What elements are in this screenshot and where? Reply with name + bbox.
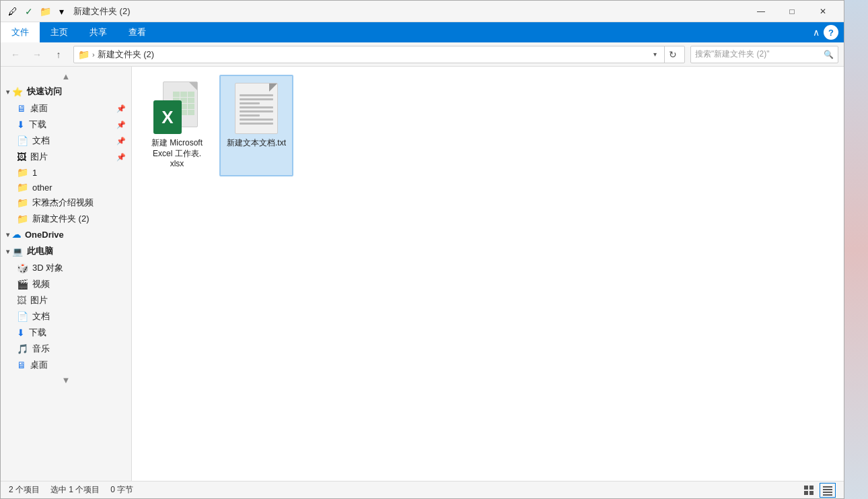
pin-icon-3: 📌: [116, 137, 126, 145]
dropdown-icon[interactable]: ▾: [55, 5, 68, 18]
sidebar-item-video-label: 视频: [32, 278, 50, 290]
sidebar-item-downloads-label: 下载: [29, 327, 46, 339]
address-separator: ›: [92, 51, 95, 59]
menu-share[interactable]: 共享: [79, 22, 118, 42]
ribbon-collapse-icon[interactable]: ∧: [813, 27, 820, 38]
search-bar[interactable]: 搜索"新建文件夹 (2)" 🔍: [690, 46, 838, 63]
desktop-icon: 🖥: [17, 103, 26, 114]
sidebar-item-3d[interactable]: 🎲 3D 对象: [1, 260, 131, 276]
this-pc-label: 此电脑: [27, 245, 53, 257]
close-button[interactable]: ✕: [807, 1, 838, 22]
folder-icon: 📁: [38, 5, 52, 18]
sidebar-item-music[interactable]: 🎵 音乐: [1, 341, 131, 357]
sidebar-section-onedrive[interactable]: ▾ ☁ OneDrive: [1, 227, 131, 242]
file-item-excel[interactable]: X 新建 MicrosoftExcel 工作表.xlsx: [140, 75, 214, 176]
sidebar-item-desktop-pc-label: 桌面: [30, 359, 48, 371]
excel-file-icon-area: X: [150, 81, 204, 135]
menu-home[interactable]: 主页: [40, 22, 79, 42]
sidebar-item-docs-qa[interactable]: 📄 文档 📌: [1, 133, 131, 149]
folder-new-icon: 📁: [17, 213, 28, 224]
folder-1-icon: 📁: [17, 167, 28, 178]
sidebar-item-pictures-pc-label: 图片: [30, 294, 48, 306]
menu-file[interactable]: 文件: [1, 22, 40, 42]
sidebar-section-this-pc[interactable]: ▾ 💻 此电脑: [1, 242, 131, 260]
selected-count: 选中 1 个项目: [50, 484, 100, 496]
navigation-bar: ← → ↑ 📁 › 新建文件夹 (2) ▾ ↻ 搜索"新建文件夹 (2)" 🔍: [1, 42, 844, 67]
up-button[interactable]: ↑: [49, 45, 68, 64]
address-path: 新建文件夹 (2): [98, 48, 645, 61]
background-decoration: [844, 0, 868, 499]
sidebar-item-pictures-qa[interactable]: 🖼 图片 📌: [1, 149, 131, 165]
menu-bar: 文件 主页 共享 查看 ∧ ?: [1, 22, 844, 42]
address-refresh-button[interactable]: ↻: [664, 46, 680, 63]
status-bar: 2 个项目 选中 1 个项目 0 字节: [1, 481, 844, 498]
txt-line-4: [240, 106, 273, 108]
maximize-button[interactable]: □: [776, 1, 807, 22]
sidebar-item-docs[interactable]: 📄 文档: [1, 308, 131, 325]
3d-icon: 🎲: [17, 263, 28, 273]
txt-line-5: [240, 110, 273, 112]
sidebar-scroll-down[interactable]: ▼: [1, 373, 131, 387]
svg-rect-7: [823, 494, 832, 496]
sidebar-item-other[interactable]: 📁 other: [1, 180, 131, 195]
onedrive-icon: ☁: [12, 230, 21, 240]
download-pc-icon: ⬇: [17, 327, 25, 338]
sidebar-item-download-label: 下载: [29, 119, 46, 131]
sidebar-item-desktop-pc[interactable]: 🖥 桌面: [1, 357, 131, 373]
menu-view[interactable]: 查看: [118, 22, 157, 42]
address-dropdown-button[interactable]: ▾: [648, 46, 661, 63]
quick-access-label: 快速访问: [27, 86, 62, 98]
address-folder-icon: 📁: [78, 49, 89, 60]
pictures-icon: 🖼: [17, 152, 26, 162]
file-content-area[interactable]: X 新建 MicrosoftExcel 工作表.xlsx: [132, 67, 844, 481]
sidebar-item-desktop-qa[interactable]: 🖥 桌面 📌: [1, 100, 131, 117]
sidebar: ▲ ▾ ⭐ 快速访问 🖥 桌面 📌 ⬇ 下载 📌 📄 文档 📌: [1, 67, 132, 481]
txt-line-8: [240, 123, 273, 125]
svg-rect-5: [823, 489, 832, 490]
search-icon[interactable]: 🔍: [824, 50, 834, 59]
txt-file-icon-area: [229, 81, 283, 135]
desktop-pc-icon: 🖥: [17, 360, 26, 370]
onedrive-chevron: ▾: [6, 231, 9, 238]
txt-line-1: [240, 94, 273, 96]
svg-rect-2: [804, 491, 808, 495]
sidebar-item-music-label: 音乐: [32, 343, 50, 355]
txt-line-6: [240, 114, 260, 117]
item-count: 2 个项目: [9, 484, 40, 496]
title-bar: 🖊 ✓ 📁 ▾ 新建文件夹 (2) — □ ✕: [1, 1, 844, 22]
sidebar-scroll-up[interactable]: ▲: [1, 69, 131, 83]
sidebar-item-3d-label: 3D 对象: [32, 262, 63, 274]
sidebar-item-downloads[interactable]: ⬇ 下载: [1, 325, 131, 341]
sidebar-item-download-qa[interactable]: ⬇ 下载 📌: [1, 117, 131, 133]
sidebar-section-quick-access[interactable]: ▾ ⭐ 快速访问: [1, 83, 131, 100]
help-button[interactable]: ?: [824, 25, 838, 40]
txt-line-2: [240, 98, 273, 100]
thispc-chevron: ▾: [6, 248, 9, 255]
download-icon: ⬇: [17, 119, 25, 130]
file-item-txt[interactable]: 新建文本文档.txt: [219, 75, 293, 176]
svg-rect-4: [823, 486, 832, 488]
minimize-button[interactable]: —: [746, 1, 776, 22]
status-info: 2 个项目 选中 1 个项目 0 字节: [9, 484, 801, 496]
back-button[interactable]: ←: [6, 45, 25, 64]
view-details-button[interactable]: [820, 483, 836, 498]
sidebar-item-pictures-label: 图片: [30, 151, 48, 163]
view-list-button[interactable]: [801, 483, 817, 498]
sidebar-item-other-label: other: [32, 182, 52, 193]
txt-line-7: [240, 119, 273, 121]
forward-button[interactable]: →: [28, 45, 46, 64]
sidebar-item-pictures[interactable]: 🖼 图片: [1, 292, 131, 308]
sidebar-item-new-folder[interactable]: 📁 新建文件夹 (2): [1, 211, 131, 227]
pin-icon-2: 📌: [116, 121, 126, 129]
address-bar[interactable]: 📁 › 新建文件夹 (2) ▾ ↻: [73, 46, 685, 63]
sidebar-item-docs-pc-label: 文档: [32, 310, 50, 323]
txt-file-label: 新建文本文档.txt: [227, 138, 286, 149]
picture-icon: 🖼: [17, 295, 26, 306]
sidebar-item-new-folder-label: 新建文件夹 (2): [32, 213, 89, 225]
onedrive-label: OneDrive: [25, 230, 64, 240]
sidebar-item-1[interactable]: 📁 1: [1, 165, 131, 180]
video-icon: 🎬: [17, 279, 28, 290]
excel-icon: X: [153, 81, 201, 135]
sidebar-item-songya[interactable]: 📁 宋雅杰介绍视频: [1, 195, 131, 211]
sidebar-item-video[interactable]: 🎬 视频: [1, 276, 131, 292]
